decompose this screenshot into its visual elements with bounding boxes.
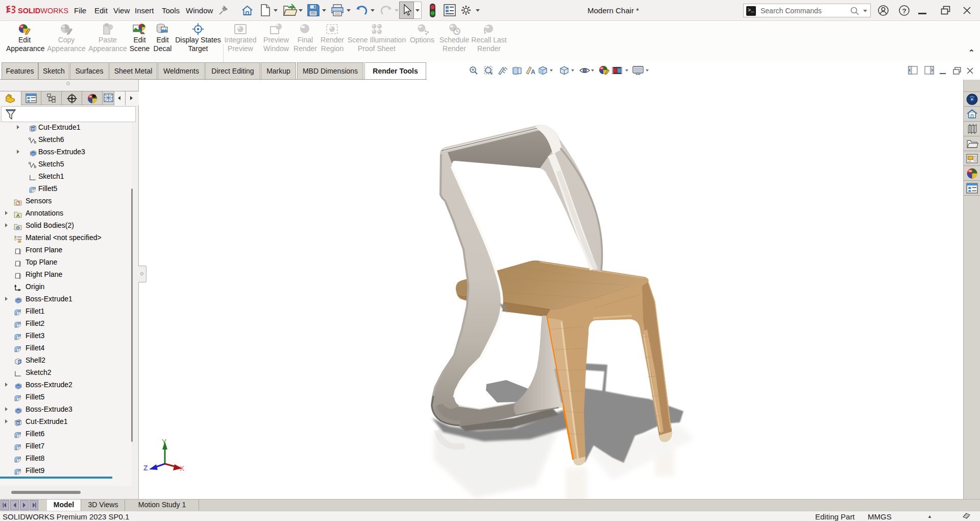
svg-text:A: A	[16, 212, 20, 218]
svg-text:?: ?	[902, 7, 906, 15]
svg-text:Y: Y	[162, 438, 167, 446]
svg-text:Z: Z	[143, 464, 148, 472]
svg-text:SOLIDWORKS: SOLIDWORKS	[18, 7, 68, 15]
svg-text:A: A	[531, 68, 535, 76]
svg-text:X: X	[180, 464, 185, 472]
